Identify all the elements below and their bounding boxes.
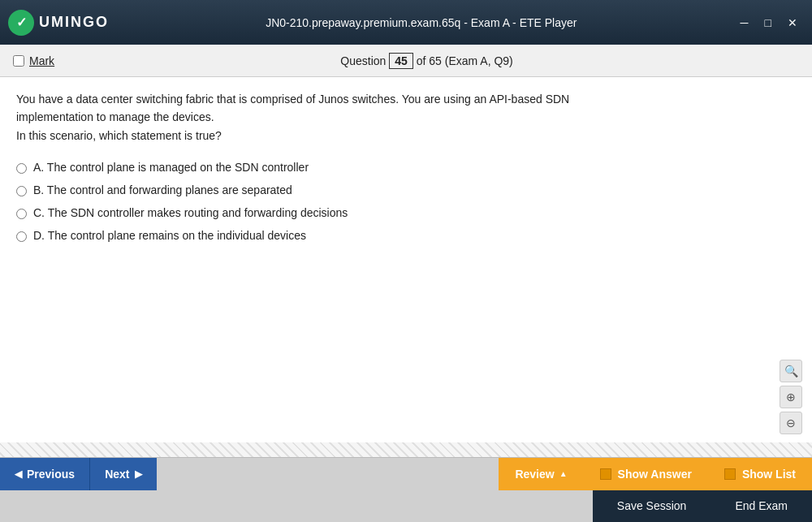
option-c-label: C. The SDN controller makes routing and … bbox=[33, 206, 348, 219]
question-total: of 65 (Exam A, Q9) bbox=[417, 54, 513, 67]
side-icons: 🔍 ⊕ ⊖ bbox=[780, 360, 802, 434]
radio-d[interactable] bbox=[16, 231, 27, 242]
minimize-button[interactable]: ─ bbox=[734, 15, 755, 31]
show-list-button[interactable]: Show List bbox=[708, 458, 812, 490]
show-list-icon bbox=[724, 468, 736, 480]
review-button[interactable]: Review ▲ bbox=[499, 458, 583, 490]
question-text: You have a data center switching fabric … bbox=[16, 90, 796, 145]
option-a[interactable]: A. The control plane is managed on the S… bbox=[16, 161, 796, 174]
question-number-box: 45 bbox=[389, 53, 413, 69]
main-content: You have a data center switching fabric … bbox=[0, 77, 812, 442]
mark-checkbox[interactable] bbox=[13, 55, 24, 67]
previous-button[interactable]: ◀ Previous bbox=[0, 458, 90, 490]
save-session-button[interactable]: Save Session bbox=[593, 490, 711, 523]
question-header: Mark Question 45 of 65 (Exam A, Q9) bbox=[0, 45, 812, 77]
option-a-label: A. The control plane is managed on the S… bbox=[33, 161, 309, 174]
next-label: Next bbox=[105, 468, 129, 481]
bottom-area bbox=[0, 442, 812, 457]
previous-label: Previous bbox=[27, 468, 75, 481]
save-session-label: Save Session bbox=[617, 499, 687, 512]
end-exam-label: End Exam bbox=[735, 499, 788, 512]
mark-container[interactable]: Mark bbox=[13, 54, 54, 67]
maximize-button[interactable]: □ bbox=[758, 15, 778, 31]
review-arrow-icon: ▲ bbox=[559, 469, 568, 478]
question-line1: You have a data center switching fabric … bbox=[16, 93, 569, 106]
content-wrapper: You have a data center switching fabric … bbox=[0, 77, 812, 457]
option-d[interactable]: D. The control plane remains on the indi… bbox=[16, 229, 796, 242]
title-bar-title: JN0-210.prepaway.premium.exam.65q - Exam… bbox=[266, 16, 577, 29]
option-d-label: D. The control plane remains on the indi… bbox=[33, 229, 306, 242]
show-answer-label: Show Answer bbox=[618, 468, 692, 481]
close-button[interactable]: ✕ bbox=[781, 15, 804, 31]
prev-arrow-icon: ◀ bbox=[15, 468, 22, 480]
option-c[interactable]: C. The SDN controller makes routing and … bbox=[16, 206, 796, 219]
question-label: Question bbox=[340, 54, 386, 67]
show-answer-icon bbox=[600, 468, 611, 480]
radio-b[interactable] bbox=[16, 186, 27, 196]
scrollable-content: You have a data center switching fabric … bbox=[0, 77, 812, 457]
question-line2: implementation to manage the devices. bbox=[16, 110, 214, 123]
option-b[interactable]: B. The control and forwarding planes are… bbox=[16, 183, 796, 196]
show-list-label: Show List bbox=[742, 468, 796, 481]
mark-label: Mark bbox=[29, 54, 54, 67]
options-list: A. The control plane is managed on the S… bbox=[16, 161, 796, 242]
next-arrow-icon: ▶ bbox=[135, 468, 142, 480]
review-label: Review bbox=[515, 468, 554, 481]
title-bar: ✓ UMINGO JN0-210.prepaway.premium.exam.6… bbox=[0, 0, 812, 45]
radio-c[interactable] bbox=[16, 209, 27, 219]
question-line3: In this scenario, which statement is tru… bbox=[16, 129, 222, 142]
option-b-label: B. The control and forwarding planes are… bbox=[33, 183, 292, 196]
question-number-display: Question 45 of 65 (Exam A, Q9) bbox=[340, 54, 512, 67]
search-icon-button[interactable]: 🔍 bbox=[780, 360, 802, 382]
logo-text: UMINGO bbox=[39, 14, 109, 31]
footer-row1: ◀ Previous Next ▶ Review ▲ Show Answer S… bbox=[0, 458, 812, 490]
zoom-out-button[interactable]: ⊖ bbox=[780, 412, 802, 434]
zoom-in-button[interactable]: ⊕ bbox=[780, 386, 802, 408]
logo-icon: ✓ bbox=[8, 10, 34, 36]
footer-row2: Save Session End Exam bbox=[0, 490, 812, 523]
footer: ◀ Previous Next ▶ Review ▲ Show Answer S… bbox=[0, 457, 812, 522]
end-exam-button[interactable]: End Exam bbox=[710, 490, 812, 523]
show-answer-button[interactable]: Show Answer bbox=[584, 458, 708, 490]
next-button[interactable]: Next ▶ bbox=[90, 458, 156, 490]
window-controls: ─ □ ✕ bbox=[734, 15, 804, 31]
logo: ✓ UMINGO bbox=[8, 10, 109, 36]
radio-a[interactable] bbox=[16, 163, 27, 174]
